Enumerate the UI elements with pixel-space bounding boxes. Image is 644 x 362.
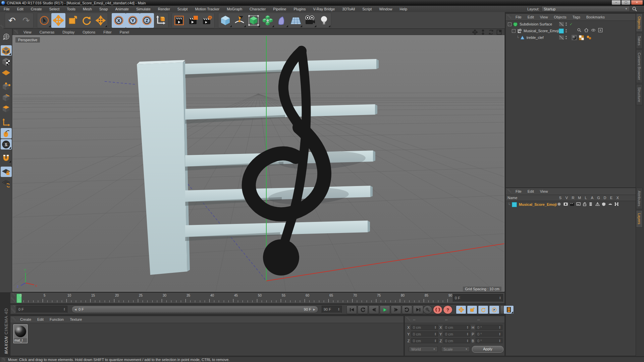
menu-item[interactable]: Mesh [79, 7, 96, 11]
object-manager-menu-item[interactable]: File [513, 15, 525, 19]
coordinate-input[interactable]: 0 cm▲▼ [411, 325, 438, 330]
redo-button[interactable]: ↷ [19, 13, 33, 28]
viewport-menu-item[interactable]: View [19, 30, 36, 34]
timeline-ruler[interactable]: 051015202530354045505560657075808590 0 F… [10, 292, 505, 304]
tab-attributes[interactable]: Attributes [636, 188, 643, 209]
editor-enable-toggle[interactable] [559, 35, 564, 40]
menu-item[interactable]: Render [154, 7, 174, 11]
menu-item[interactable]: Tools [63, 7, 79, 11]
column-header[interactable]: G [595, 196, 602, 200]
menu-item[interactable]: Pipeline [269, 7, 290, 11]
column-header[interactable]: D [602, 196, 608, 200]
coordinate-input[interactable]: 0 °▲▼ [476, 325, 502, 330]
viewport-menu-item[interactable]: Filter [99, 30, 115, 34]
minimize-button[interactable]: – [611, 0, 621, 5]
coordinate-input[interactable]: 0 °▲▼ [476, 331, 502, 337]
menu-item[interactable]: Create [27, 7, 46, 11]
object-label[interactable]: Musical_Score_Emoji [524, 29, 559, 33]
column-header[interactable]: X [614, 196, 621, 200]
menu-item[interactable]: 3DToAll [338, 7, 359, 11]
maximize-button[interactable]: ▢ [621, 0, 631, 5]
object-manager-menu-item[interactable]: Edit [525, 15, 537, 19]
stepper-icon[interactable]: ▲▼ [434, 326, 436, 329]
menu-item[interactable]: Snap [96, 7, 112, 11]
viewport-menu-item[interactable]: Options [78, 30, 99, 34]
material-menu-item[interactable]: Edit [34, 317, 47, 321]
menu-item[interactable]: MoGraph [223, 7, 246, 11]
workplane-mode-button[interactable] [1, 67, 12, 78]
object-manager-menu-item[interactable]: Tags [570, 15, 583, 19]
goto-next-key-button[interactable] [402, 305, 412, 314]
column-header[interactable]: V [564, 196, 570, 200]
layer-manager-menu-item[interactable]: Edit [525, 189, 537, 193]
add-light-button[interactable] [317, 13, 331, 28]
autokey-button[interactable] [433, 305, 442, 314]
apply-button[interactable]: Apply [472, 346, 503, 353]
menu-item[interactable]: Plugins [290, 7, 309, 11]
coordinate-input[interactable]: 0 cm▲▼ [411, 338, 438, 343]
add-generator-button[interactable] [247, 13, 261, 28]
add-deformer-button[interactable] [275, 13, 289, 28]
workplane-sync-button[interactable] [1, 178, 12, 188]
render-toggle[interactable] [570, 202, 576, 206]
slider-left-arrow-icon[interactable]: ◀ [74, 308, 76, 311]
uvw-tag-icon[interactable] [579, 35, 584, 40]
texture-mode-button[interactable] [1, 56, 12, 67]
object-manager-menu-item[interactable]: View [537, 15, 551, 19]
stepper-icon[interactable]: ▲▼ [499, 339, 501, 343]
collapse-toggle[interactable]: - [508, 22, 512, 26]
menu-item[interactable]: Character [246, 7, 269, 11]
coord-scale-select[interactable]: Scale▼ [441, 346, 470, 352]
viewport-toggle-icon[interactable] [496, 29, 502, 35]
undo-button[interactable]: ↶ [5, 13, 19, 28]
viewport-3d-scene[interactable]: Y X Z [13, 36, 504, 291]
stepper-icon[interactable]: ▲▼ [467, 326, 469, 329]
menu-item[interactable]: Simulate [132, 7, 154, 11]
xref-toggle[interactable] [614, 202, 621, 206]
key-position-button[interactable] [456, 305, 466, 314]
close-button[interactable]: × [631, 0, 643, 5]
coordinate-input[interactable]: 0 cm▲▼ [443, 325, 470, 330]
viewport-rotate-icon[interactable] [488, 29, 494, 35]
object-manager-menu-item[interactable]: Objects [551, 15, 569, 19]
column-header[interactable]: E [608, 196, 614, 200]
goto-start-button[interactable] [346, 305, 357, 314]
goto-next-frame-button[interactable] [391, 305, 401, 314]
viewport-solo-button[interactable]: S [1, 139, 12, 149]
solo-toggle[interactable] [557, 202, 564, 206]
object-label[interactable]: Subdivision Surface [520, 22, 552, 26]
drag-handle[interactable] [11, 293, 15, 303]
render-to-picture-viewer-button[interactable] [186, 13, 200, 28]
add-camera-button[interactable] [303, 13, 317, 28]
lock-x-axis-button[interactable]: X [112, 13, 126, 28]
phong-tag-icon[interactable] [586, 35, 592, 40]
column-header[interactable]: M [576, 196, 583, 200]
column-header[interactable]: L [583, 196, 589, 200]
object-manager-menu-item[interactable]: Bookmarks [583, 15, 608, 19]
polygons-mode-button[interactable] [1, 103, 12, 114]
key-rotation-button[interactable] [478, 305, 488, 314]
stepper-icon[interactable]: ▲▼ [63, 308, 65, 311]
menu-item[interactable]: V-Ray Bridge [310, 7, 339, 11]
menu-item[interactable]: Animate [112, 7, 132, 11]
tab-content-browser[interactable]: Content Browser [636, 50, 643, 83]
key-scale-button[interactable] [467, 305, 477, 314]
goto-end-button[interactable] [413, 305, 423, 314]
lock-y-axis-button[interactable]: Y [126, 13, 140, 28]
play-button[interactable] [380, 305, 390, 314]
tab-layers[interactable]: Layers [636, 210, 643, 227]
coordinate-input[interactable]: 0 °▲▼ [476, 338, 502, 343]
coordinate-input[interactable]: 0 cm▲▼ [443, 338, 470, 343]
add-spline-button[interactable] [232, 13, 247, 28]
stepper-icon[interactable]: ▲▼ [338, 308, 340, 311]
animation-toggle[interactable] [589, 202, 595, 206]
render-view-button[interactable] [172, 13, 186, 28]
timeline-scrub-slider[interactable]: ◀0 F 90 F▶ [71, 306, 318, 313]
material-item[interactable]: mat_l [14, 325, 27, 343]
points-mode-button[interactable] [1, 81, 12, 92]
stepper-icon[interactable]: ▲▼ [467, 333, 469, 336]
viewport-menu-item[interactable]: Panel [116, 30, 133, 34]
stepper-icon[interactable]: ▲▼ [434, 339, 436, 343]
menu-item[interactable]: Help [396, 7, 411, 11]
lock-z-axis-button[interactable]: Z [140, 13, 154, 28]
